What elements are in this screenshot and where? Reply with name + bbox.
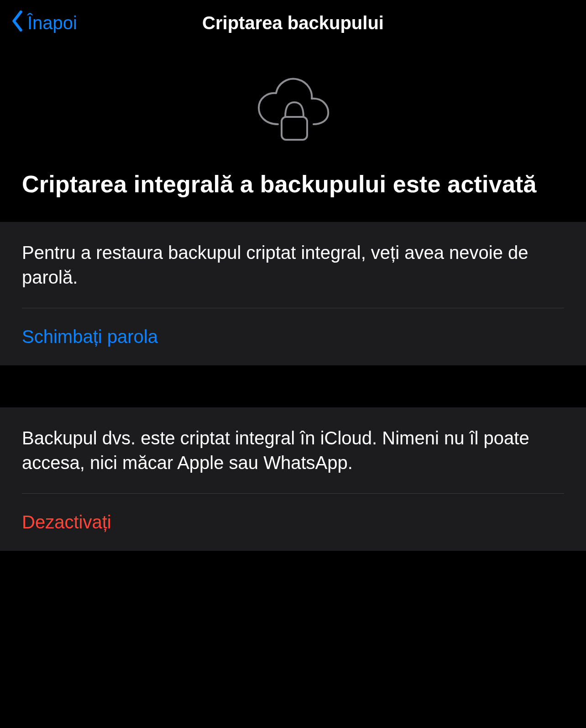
svg-rect-0 bbox=[282, 117, 307, 140]
hero-section: Criptarea integrală a backupului este ac… bbox=[0, 46, 586, 222]
icloud-info-text: Backupul dvs. este criptat integral în i… bbox=[22, 426, 564, 475]
restore-info-row: Pentru a restaura backupul criptat integ… bbox=[22, 222, 564, 308]
change-password-row[interactable]: Schimbați parola bbox=[22, 308, 564, 365]
change-password-link[interactable]: Schimbați parola bbox=[22, 327, 564, 347]
settings-group-password: Pentru a restaura backupul criptat integ… bbox=[0, 222, 586, 365]
page-title: Criptarea backupului bbox=[202, 13, 384, 33]
back-button[interactable]: Înapoi bbox=[11, 11, 77, 36]
deactivate-row[interactable]: Dezactivați bbox=[22, 494, 564, 551]
back-label: Înapoi bbox=[27, 13, 77, 33]
settings-group-deactivate: Backupul dvs. este criptat integral în i… bbox=[0, 407, 586, 551]
navbar: Înapoi Criptarea backupului bbox=[0, 0, 586, 46]
cloud-lock-icon bbox=[251, 75, 335, 145]
deactivate-link[interactable]: Dezactivați bbox=[22, 512, 564, 533]
chevron-left-icon bbox=[11, 11, 24, 36]
icloud-info-row: Backupul dvs. este criptat integral în i… bbox=[22, 407, 564, 494]
restore-info-text: Pentru a restaura backupul criptat integ… bbox=[22, 240, 564, 290]
group-spacer bbox=[0, 365, 586, 407]
hero-heading: Criptarea integrală a backupului este ac… bbox=[22, 171, 537, 198]
